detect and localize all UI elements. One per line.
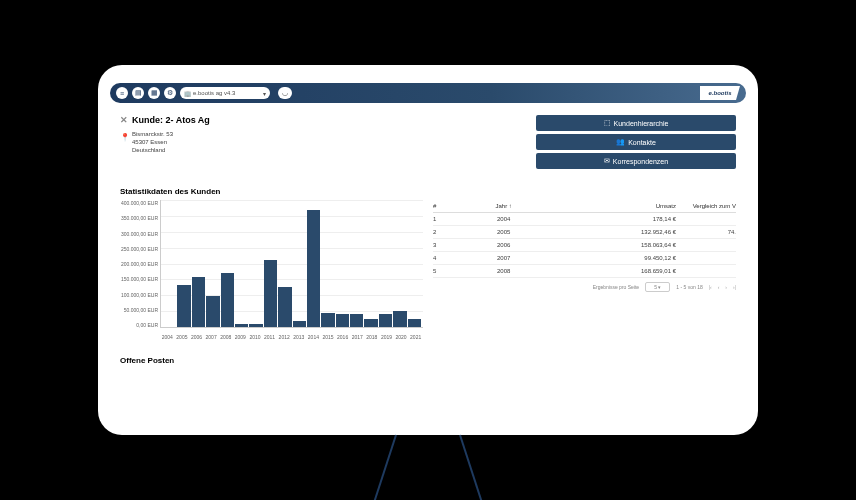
prev-page-icon[interactable]: ‹ <box>718 284 720 290</box>
stats-card: Statistikdaten des Kunden 400.000,00 EUR… <box>110 181 746 346</box>
bar <box>307 210 320 327</box>
sort-asc-icon[interactable]: ↑ <box>509 203 512 209</box>
bar <box>393 311 406 327</box>
building-icon: 🏢 <box>184 90 191 97</box>
bar <box>364 319 377 327</box>
table-row[interactable]: 52008168.659,01 € <box>433 265 736 278</box>
page-size-select[interactable]: 5 ▾ <box>645 282 670 292</box>
pin-icon: 📍 <box>120 133 130 143</box>
next-page-icon[interactable]: › <box>725 284 727 290</box>
bar <box>408 319 421 327</box>
last-page-icon[interactable]: ›| <box>733 284 736 290</box>
gear-icon[interactable]: ⚙ <box>164 87 176 99</box>
menu-icon[interactable]: ≡ <box>116 87 128 99</box>
correspondence-button[interactable]: ✉Korrespondenzen <box>536 153 736 169</box>
table-row[interactable]: 22005132.952,46 €74. <box>433 226 736 239</box>
bar <box>321 313 334 327</box>
hierarchy-icon: ⬚ <box>604 119 611 127</box>
customer-card: ✕ Kunde: 2- Atos Ag 📍 Bismarckstr. 53 45… <box>110 107 746 177</box>
file-icon[interactable]: ▤ <box>132 87 144 99</box>
table-header: # Jahr ↑ Umsatz Vergleich zum V <box>433 200 736 213</box>
bar <box>264 260 277 327</box>
table-row[interactable]: 12004178,14 € <box>433 213 736 226</box>
bar <box>379 314 392 327</box>
table-row[interactable]: 4200799.450,12 € <box>433 252 736 265</box>
topbar: ≡ ▤ ▦ ⚙ 🏢 e.bootis ag v4.3 ▾ ◡ e.bootis <box>110 83 746 103</box>
close-icon[interactable]: ✕ <box>120 115 128 125</box>
brand-logo: e.bootis <box>700 86 740 100</box>
bar <box>221 273 234 327</box>
bar <box>249 324 262 327</box>
bar <box>206 296 219 327</box>
chevron-down-icon[interactable]: ▾ <box>263 90 266 97</box>
stats-title: Statistikdaten des Kunden <box>120 187 736 196</box>
bar <box>192 277 205 327</box>
search-value: e.bootis ag v4.3 <box>193 90 235 96</box>
bar <box>350 314 363 327</box>
bar <box>177 285 190 327</box>
pager: Ergebnisse pro Seite 5 ▾ 1 - 5 von 18 |‹… <box>433 282 736 292</box>
search-input[interactable]: 🏢 e.bootis ag v4.3 ▾ <box>180 87 270 99</box>
table-row[interactable]: 32006158.063,64 € <box>433 239 736 252</box>
hierarchy-button[interactable]: ⬚Kundenhierarchie <box>536 115 736 131</box>
revenue-table: # Jahr ↑ Umsatz Vergleich zum V 12004178… <box>433 200 736 340</box>
wifi-icon[interactable]: ◡ <box>278 87 292 99</box>
people-icon: 👥 <box>616 138 625 146</box>
customer-address: 📍 Bismarckstr. 53 45307 Essen Deutschlan… <box>132 131 526 154</box>
bar <box>278 287 291 327</box>
bar-chart: 400.000,00 EUR350.000,00 EUR300.000,00 E… <box>120 200 423 340</box>
contacts-button[interactable]: 👥Kontakte <box>536 134 736 150</box>
first-page-icon[interactable]: |‹ <box>709 284 712 290</box>
bar <box>336 314 349 327</box>
open-posts-section: Offene Posten <box>110 350 746 371</box>
mail-icon: ✉ <box>604 157 610 165</box>
bar <box>293 321 306 327</box>
customer-title: ✕ Kunde: 2- Atos Ag <box>120 115 526 125</box>
bar <box>235 324 248 327</box>
calendar-icon[interactable]: ▦ <box>148 87 160 99</box>
